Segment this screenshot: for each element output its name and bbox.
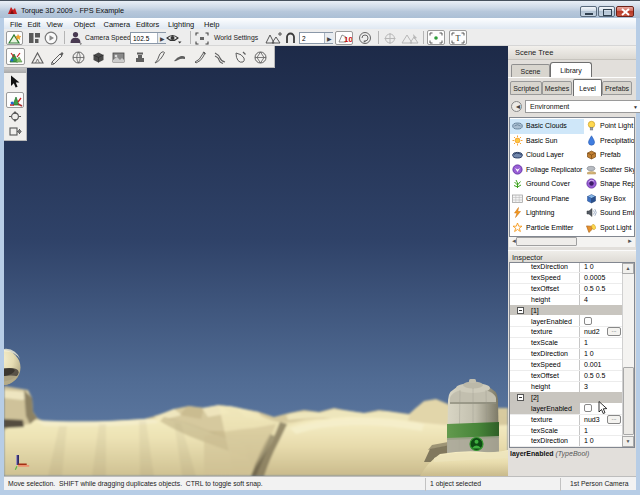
svg-text:T: T [456, 34, 461, 43]
svg-text:10: 10 [344, 35, 352, 44]
